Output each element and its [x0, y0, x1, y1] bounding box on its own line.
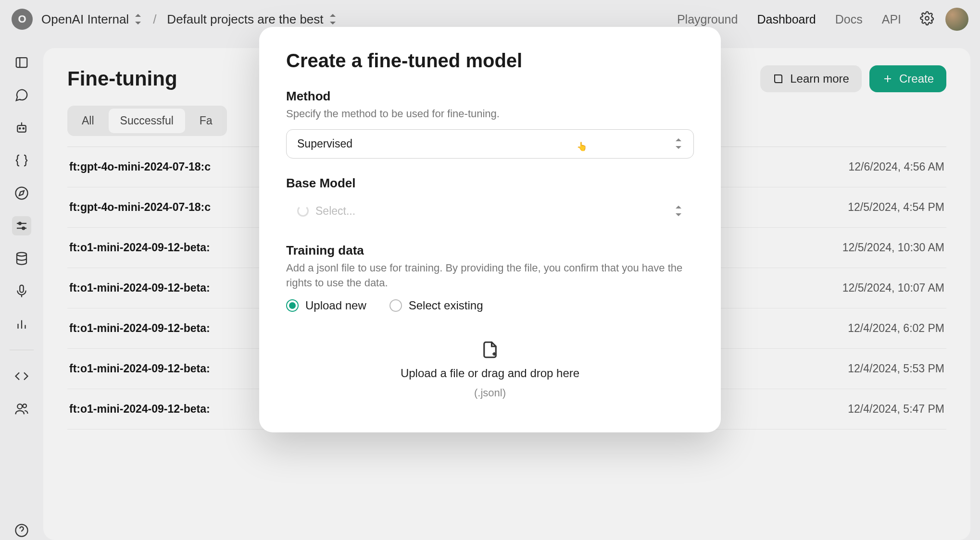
users-icon — [14, 402, 29, 416]
chevron-up-down-icon — [134, 14, 142, 25]
org-avatar[interactable]: O — [12, 9, 33, 30]
job-name: ft:o1-mini-2024-09-12-beta: — [69, 322, 210, 335]
upload-new-radio[interactable]: Upload new — [286, 299, 366, 312]
project-switcher[interactable]: Default projects are the best — [167, 12, 337, 27]
file-plus-icon — [480, 340, 500, 360]
nav-docs[interactable]: Docs — [835, 12, 863, 26]
base-model-placeholder: Select... — [315, 205, 355, 218]
svg-rect-14 — [20, 285, 24, 293]
nav-assistants[interactable] — [12, 118, 31, 137]
learn-more-label: Learn more — [790, 72, 849, 86]
svg-point-19 — [17, 404, 22, 409]
left-rail — [0, 38, 43, 540]
job-timestamp: 12/4/2024, 6:02 PM — [848, 322, 944, 335]
select-existing-radio[interactable]: Select existing — [389, 299, 483, 312]
nav-explore[interactable] — [12, 184, 31, 203]
nav-help[interactable] — [12, 521, 31, 540]
nav-completions[interactable] — [12, 151, 31, 170]
project-name: Default projects are the best — [167, 12, 323, 27]
nav-team[interactable] — [12, 399, 31, 418]
dropzone-text: Upload a file or drag and drop here — [401, 367, 579, 380]
loading-spinner-icon — [297, 205, 309, 217]
nav-storage[interactable] — [12, 249, 31, 268]
breadcrumb-separator: / — [153, 12, 156, 27]
tab-all[interactable]: All — [70, 109, 106, 133]
radio-checked-icon — [286, 299, 299, 312]
base-model-select[interactable]: Select... — [286, 196, 694, 226]
method-label: Method — [286, 89, 694, 104]
book-icon — [773, 73, 784, 85]
braces-icon — [14, 153, 29, 168]
job-name: ft:o1-mini-2024-09-12-beta: — [69, 362, 210, 375]
upload-new-label: Upload new — [305, 299, 366, 312]
org-name: OpenAI Internal — [41, 12, 129, 27]
training-data-description: Add a jsonl file to use for training. By… — [286, 261, 694, 291]
job-name: ft:o1-mini-2024-09-12-beta: — [69, 241, 210, 254]
nav-api[interactable]: API — [882, 12, 901, 26]
dropzone-hint: (.jsonl) — [474, 387, 506, 399]
create-button[interactable]: Create — [869, 65, 946, 92]
database-icon — [14, 251, 29, 266]
bar-chart-icon — [14, 317, 29, 331]
svg-rect-1 — [16, 58, 27, 67]
settings-button[interactable] — [917, 10, 937, 29]
create-label: Create — [899, 72, 934, 86]
cursor-icon: 👆 — [577, 141, 587, 152]
nav-chat[interactable] — [12, 86, 31, 105]
chevron-up-down-icon — [328, 14, 337, 25]
method-select[interactable]: Supervised — [286, 129, 694, 159]
tab-successful[interactable]: Successful — [109, 109, 185, 133]
nav-playground[interactable]: Playground — [677, 12, 738, 26]
method-value: Supervised — [297, 137, 352, 150]
gear-icon — [920, 11, 934, 27]
svg-point-20 — [23, 404, 27, 408]
org-switcher[interactable]: OpenAI Internal — [41, 12, 142, 27]
page-title: Fine-tuning — [67, 67, 177, 90]
learn-more-button[interactable]: Learn more — [760, 65, 862, 92]
panel-left-icon — [14, 55, 29, 70]
job-name: ft:gpt-4o-mini-2024-07-18:c — [69, 160, 211, 173]
job-timestamp: 12/5/2024, 10:30 AM — [842, 241, 944, 254]
job-name: ft:o1-mini-2024-09-12-beta: — [69, 403, 210, 416]
status-tabs: All Successful Fa — [67, 106, 227, 136]
code-icon — [14, 369, 29, 383]
job-timestamp: 12/4/2024, 5:47 PM — [848, 403, 944, 416]
robot-icon — [14, 121, 29, 135]
training-data-label: Training data — [286, 243, 694, 258]
svg-point-4 — [19, 128, 21, 129]
nav-audio[interactable] — [12, 282, 31, 301]
job-name: ft:gpt-4o-mini-2024-07-18:c — [69, 201, 211, 214]
user-avatar[interactable] — [945, 8, 968, 31]
radio-unchecked-icon — [389, 299, 402, 312]
method-description: Specify the method to be used for fine-t… — [286, 107, 694, 122]
compass-icon — [14, 186, 29, 200]
svg-point-7 — [16, 187, 28, 199]
sidebar-toggle[interactable] — [12, 53, 31, 72]
job-timestamp: 12/5/2024, 10:07 AM — [842, 282, 944, 295]
tab-failed[interactable]: Fa — [188, 109, 224, 133]
chevron-up-down-icon — [674, 206, 683, 216]
svg-marker-8 — [19, 191, 24, 196]
top-nav: Playground Dashboard Docs API — [677, 12, 901, 26]
nav-usage[interactable] — [12, 314, 31, 333]
svg-point-13 — [17, 253, 26, 257]
nav-code[interactable] — [12, 367, 31, 386]
svg-point-0 — [925, 16, 929, 20]
help-icon — [14, 523, 29, 538]
nav-dashboard[interactable]: Dashboard — [757, 12, 816, 26]
svg-rect-3 — [17, 125, 26, 132]
create-model-modal: Create a fine-tuned model Method Specify… — [259, 27, 721, 432]
chevron-up-down-icon — [674, 138, 683, 149]
base-model-label: Base Model — [286, 176, 694, 191]
plus-icon — [882, 73, 893, 85]
svg-point-5 — [23, 128, 25, 129]
modal-title: Create a fine-tuned model — [286, 50, 694, 72]
sliders-icon — [14, 219, 29, 233]
microphone-icon — [14, 284, 29, 298]
job-name: ft:o1-mini-2024-09-12-beta: — [69, 282, 210, 295]
job-timestamp: 12/5/2024, 4:54 PM — [848, 201, 944, 214]
job-timestamp: 12/4/2024, 5:53 PM — [848, 362, 944, 375]
file-dropzone[interactable]: Upload a file or drag and drop here (.js… — [286, 326, 694, 404]
job-timestamp: 12/6/2024, 4:56 AM — [849, 160, 945, 173]
nav-fine-tuning[interactable] — [12, 216, 31, 235]
